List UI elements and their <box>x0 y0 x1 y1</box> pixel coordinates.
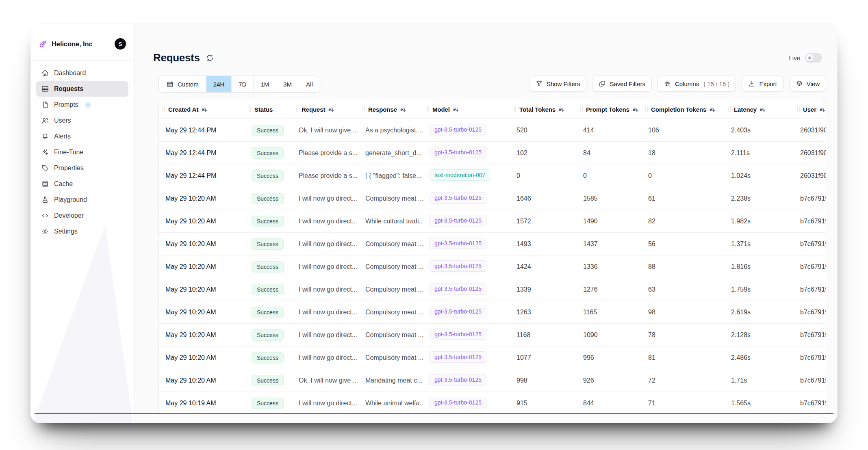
cell-model: text-moderation-007 <box>423 169 510 182</box>
table-row[interactable]: May 29 10:20 AM Success I will now go di… <box>159 210 826 233</box>
cell-response: Compulsory meat ... <box>359 354 423 361</box>
sort-icon[interactable] <box>632 106 639 113</box>
cell-completion-tokens: 72 <box>642 377 725 384</box>
sidebar-item-settings[interactable]: Settings <box>36 224 128 239</box>
time-all-button[interactable]: All <box>299 76 320 92</box>
sidebar-item-label: Settings <box>54 228 78 235</box>
refresh-button[interactable] <box>206 54 214 62</box>
table-row[interactable]: May 29 10:19 AM Success I will now go di… <box>159 392 826 414</box>
column-header[interactable]: Request <box>292 106 359 113</box>
table-body: May 29 12:44 PM Success Ok, I will now g… <box>159 119 826 414</box>
time-1m-button[interactable]: 1M <box>253 76 276 92</box>
avatar[interactable]: S <box>115 38 126 50</box>
cell-model: gpt-3.5-turbo-0125 <box>423 215 510 228</box>
table-row[interactable]: May 29 10:20 AM Success I will now go di… <box>159 278 826 301</box>
cell-total-tokens: 1493 <box>510 240 577 248</box>
table-row[interactable]: May 29 10:20 AM Success I will now go di… <box>159 255 826 278</box>
table-row[interactable]: May 29 10:20 AM Success I will now go di… <box>159 233 826 255</box>
columns-button[interactable]: Columns ( 15 / 15 ) <box>658 76 736 92</box>
drag-handle-icon[interactable] <box>295 107 299 112</box>
table-row[interactable]: May 29 10:20 AM Success I will now go di… <box>159 301 826 324</box>
cell-prompt-tokens: 844 <box>577 400 642 407</box>
column-header[interactable]: Response <box>359 106 423 113</box>
table-header-row: Created At Status <box>159 100 826 119</box>
status-badge: Success <box>252 193 284 204</box>
sidebar-item-developer[interactable]: Developer <box>36 208 128 223</box>
table-row[interactable]: May 29 12:44 PM Success Please provide a… <box>159 164 826 187</box>
view-label: View <box>807 80 820 87</box>
export-button[interactable]: Export <box>742 76 783 92</box>
drag-handle-icon[interactable] <box>645 107 648 112</box>
sort-icon[interactable] <box>819 106 826 113</box>
sidebar-item-users[interactable]: Users <box>36 113 128 128</box>
column-header[interactable]: Prompt Tokens <box>577 106 642 113</box>
sidebar-item-properties[interactable]: Properties <box>36 160 128 176</box>
drag-handle-icon[interactable] <box>162 107 165 112</box>
model-badge: gpt-3.5-turbo-0125 <box>430 329 486 340</box>
table-row[interactable]: May 29 10:20 AM Success I will now go di… <box>159 187 826 210</box>
column-header[interactable]: Created At <box>159 106 245 113</box>
table-row[interactable]: May 29 12:44 PM Success Please provide a… <box>159 142 826 164</box>
drag-handle-icon[interactable] <box>797 107 800 112</box>
cell-user: b7c67919-35 <box>794 240 826 248</box>
sidebar-item-cache[interactable]: Cache <box>36 176 128 192</box>
cell-total-tokens: 1339 <box>510 286 577 293</box>
drag-handle-icon[interactable] <box>248 107 252 112</box>
sort-icon[interactable] <box>558 106 565 113</box>
column-header[interactable]: Total Tokens <box>510 106 577 113</box>
cell-response: Compulsory meat ... <box>359 309 423 316</box>
sort-icon[interactable] <box>328 106 334 113</box>
drag-handle-icon[interactable] <box>728 107 731 112</box>
cell-created-at: May 29 10:20 AM <box>159 218 245 225</box>
sidebar-item-prompts[interactable]: Prompts <box>36 97 128 112</box>
sidebar-item-dashboard[interactable]: Dashboard <box>36 65 128 81</box>
sort-icon[interactable] <box>709 106 716 113</box>
column-header[interactable]: Model <box>423 106 510 113</box>
cell-request: I will now go direct... <box>292 309 359 316</box>
cell-user: b7c67919-35 <box>794 377 826 384</box>
sort-icon[interactable] <box>760 106 766 113</box>
sort-icon[interactable] <box>400 106 406 113</box>
time-24h-button[interactable]: 24H <box>206 76 232 92</box>
cell-prompt-tokens: 1490 <box>577 218 642 225</box>
table-row[interactable]: May 29 10:20 AM Success I will now go di… <box>159 324 826 346</box>
cell-status: Success <box>245 170 292 182</box>
cell-model: gpt-3.5-turbo-0125 <box>423 374 510 387</box>
column-header[interactable]: User <box>794 106 826 113</box>
sidebar-item-playground[interactable]: Playground <box>36 192 128 208</box>
sidebar-item-alerts[interactable]: Alerts <box>36 129 128 144</box>
table-row[interactable]: May 29 10:20 AM Success I will now go di… <box>159 346 826 369</box>
saved-filters-button[interactable]: Saved Filters <box>592 76 652 92</box>
column-header[interactable]: Completion Tokens <box>642 106 725 113</box>
show-filters-button[interactable]: Show Filters <box>529 76 587 92</box>
column-header[interactable]: Latency <box>725 106 794 113</box>
requests-table: Created At Status <box>158 100 826 414</box>
table-row[interactable]: May 29 12:44 PM Success Ok, I will now g… <box>159 119 826 142</box>
drag-handle-icon[interactable] <box>513 107 516 112</box>
model-badge: gpt-3.5-turbo-0125 <box>430 238 486 249</box>
sidebar-item-fine-tune[interactable]: Fine-Tune <box>36 145 128 160</box>
code-icon <box>41 212 49 220</box>
view-button[interactable]: View <box>789 76 826 92</box>
cell-response: Compulsory meat ... <box>359 331 423 339</box>
drag-handle-icon[interactable] <box>580 107 583 112</box>
sort-icon[interactable] <box>453 106 459 113</box>
live-toggle[interactable] <box>805 53 822 63</box>
time-7d-button[interactable]: 7D <box>231 76 253 92</box>
time-3m-button[interactable]: 3M <box>276 76 299 92</box>
table-toolbar: Show Filters Saved Filters Columns ( 15 … <box>529 76 826 92</box>
sort-icon[interactable] <box>201 106 208 113</box>
cell-request: I will now go direct... <box>292 240 359 248</box>
drag-handle-icon[interactable] <box>362 107 365 112</box>
sidebar-item-requests[interactable]: Requests <box>36 81 128 97</box>
column-header[interactable]: Status <box>245 106 292 113</box>
model-badge: gpt-3.5-turbo-0125 <box>430 283 486 294</box>
cell-prompt-tokens: 1276 <box>577 286 642 293</box>
drag-handle-icon[interactable] <box>426 107 430 112</box>
org-header: Helicone, Inc S <box>36 36 128 52</box>
cell-response: Compulsory meat ... <box>359 263 423 270</box>
table-row[interactable]: May 29 10:20 AM Success Ok, I will now g… <box>159 369 826 392</box>
time-custom-button[interactable]: Custom <box>159 76 206 92</box>
status-badge: Success <box>252 147 284 159</box>
cell-latency: 1.816s <box>725 263 794 270</box>
